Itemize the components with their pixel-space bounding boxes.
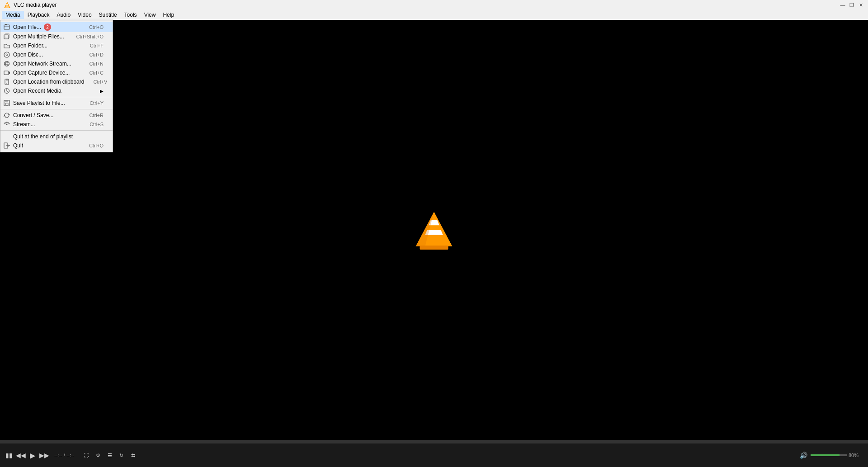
open-folder-label: Open Folder... [13, 42, 47, 49]
fullscreen-button[interactable]: ⛶ [81, 450, 92, 461]
open-network-label: Open Network Stream... [13, 61, 71, 67]
svg-rect-13 [4, 71, 9, 75]
open-file-label: Open File... [13, 24, 41, 30]
transport-controls: ▮▮ ◀◀ ▶ ▶▶ [4, 450, 50, 461]
titlebar-left: VLC media player [4, 1, 57, 9]
menu-item-open-folder[interactable]: Open Folder... Ctrl+F [0, 41, 113, 50]
menu-subtitle[interactable]: Subtitle [95, 11, 121, 19]
seekbar[interactable] [0, 440, 868, 443]
stop-button[interactable]: ▮▮ [4, 450, 14, 461]
svg-rect-4 [5, 24, 7, 25]
open-clipboard-label: Open Location from clipboard [13, 79, 84, 85]
volume-area: 🔊 80% [798, 450, 864, 461]
open-folder-shortcut: Ctrl+F [81, 43, 104, 48]
menu-item-open-clipboard[interactable]: Open Location from clipboard Ctrl+V [0, 77, 113, 86]
media-dropdown-menu: Open File... 2 Ctrl+O Open Multiple File… [0, 20, 113, 152]
menu-item-save-playlist[interactable]: Save Playlist to File... Ctrl+Y [0, 99, 113, 108]
menu-item-quit[interactable]: Quit Ctrl+Q [0, 141, 113, 150]
title-text: VLC media player [14, 2, 57, 8]
menu-video[interactable]: Video [74, 11, 95, 19]
playlist-button[interactable]: ☰ [104, 450, 115, 461]
stream-shortcut: Ctrl+S [80, 122, 104, 127]
menubar: Media Playback Audio Video Subtitle Tool… [0, 10, 868, 20]
open-file-shortcut: Ctrl+O [80, 24, 104, 30]
svg-point-24 [6, 124, 8, 125]
quit-icon [3, 142, 10, 149]
open-clipboard-shortcut: Ctrl+V [84, 79, 107, 85]
convert-save-label: Convert / Save... [13, 112, 53, 118]
menu-item-open-disc[interactable]: Open Disc... Ctrl+D [0, 50, 113, 59]
menu-item-convert-save[interactable]: Convert / Save... Ctrl+R [0, 111, 113, 120]
open-disc-label: Open Disc... [13, 52, 43, 58]
open-multiple-shortcut: Ctrl+Shift+O [67, 34, 104, 39]
open-clipboard-icon [3, 78, 10, 85]
menu-playback[interactable]: Playback [24, 11, 53, 19]
next-button[interactable]: ▶▶ [39, 450, 50, 461]
convert-save-icon [3, 112, 10, 119]
loop-button[interactable]: ↻ [116, 450, 127, 461]
video-area [0, 20, 868, 440]
menu-item-quit-playlist[interactable]: Quit at the end of playlist [0, 132, 113, 141]
volume-button[interactable]: 🔊 [798, 450, 809, 461]
open-capture-shortcut: Ctrl+C [80, 70, 104, 75]
menu-item-stream[interactable]: Stream... Ctrl+S [0, 120, 113, 129]
svg-point-7 [4, 52, 9, 57]
volume-slider[interactable] [811, 454, 847, 456]
menu-audio[interactable]: Audio [53, 11, 74, 19]
volume-fill [811, 454, 840, 456]
svg-point-10 [6, 61, 8, 66]
open-recent-arrow: ▶ [100, 89, 104, 94]
vlc-title-icon [4, 1, 11, 9]
svg-point-8 [6, 54, 8, 56]
menu-item-open-recent[interactable]: Open Recent Media ▶ [0, 86, 113, 95]
separator-3 [0, 130, 113, 131]
separator-1 [0, 97, 113, 97]
close-button[interactable]: ✕ [857, 1, 864, 9]
open-file-icon [3, 24, 10, 31]
quit-label: Quit [13, 142, 23, 149]
menu-tools[interactable]: Tools [121, 11, 141, 19]
quit-playlist-label: Quit at the end of playlist [13, 133, 73, 140]
save-playlist-label: Save Playlist to File... [13, 100, 65, 106]
open-file-badge: 2 [44, 24, 51, 31]
titlebar-controls[interactable]: — ❐ ✕ [839, 1, 864, 9]
titlebar: VLC media player — ❐ ✕ [0, 0, 868, 10]
save-playlist-shortcut: Ctrl+Y [80, 100, 104, 106]
time-total: --:-- [66, 453, 75, 458]
minimize-button[interactable]: — [839, 1, 846, 9]
open-folder-icon [3, 42, 10, 49]
menu-media[interactable]: Media [2, 11, 24, 19]
menu-item-open-capture[interactable]: Open Capture Device... Ctrl+C [0, 68, 113, 77]
extra-controls: ⛶ ⚙ ☰ ↻ ⇆ [81, 450, 139, 461]
maximize-button[interactable]: ❐ [848, 1, 855, 9]
svg-rect-16 [6, 79, 8, 80]
time-display: --:-- / --:-- [54, 453, 75, 458]
svg-rect-23 [5, 103, 8, 105]
open-multiple-label: Open Multiple Files... [13, 33, 64, 40]
extended-button[interactable]: ⚙ [93, 450, 104, 461]
prev-button[interactable]: ◀◀ [15, 450, 26, 461]
convert-save-shortcut: Ctrl+R [80, 113, 104, 118]
play-button[interactable]: ▶ [27, 450, 38, 461]
open-capture-label: Open Capture Device... [13, 70, 70, 76]
vlc-cone-logo [414, 210, 454, 250]
menu-help[interactable]: Help [159, 11, 178, 19]
svg-point-9 [5, 61, 9, 66]
menu-item-open-multiple[interactable]: Open Multiple Files... Ctrl+Shift+O [0, 32, 113, 41]
open-recent-label: Open Recent Media [13, 88, 61, 94]
svg-rect-3 [4, 25, 9, 29]
separator-2 [0, 109, 113, 109]
shuffle-button[interactable]: ⇆ [128, 450, 139, 461]
menu-view[interactable]: View [141, 11, 160, 19]
quit-playlist-icon [3, 133, 10, 140]
svg-rect-22 [5, 100, 8, 102]
svg-rect-2 [6, 4, 8, 5]
open-disc-icon [3, 51, 10, 58]
menu-item-open-network[interactable]: Open Network Stream... Ctrl+N [0, 59, 113, 68]
open-network-icon [3, 60, 10, 67]
open-multiple-icon [3, 33, 10, 40]
open-network-shortcut: Ctrl+N [80, 61, 104, 66]
menu-item-open-file[interactable]: Open File... 2 Ctrl+O [0, 22, 113, 32]
stream-label: Stream... [13, 121, 35, 127]
open-disc-shortcut: Ctrl+D [80, 52, 104, 57]
